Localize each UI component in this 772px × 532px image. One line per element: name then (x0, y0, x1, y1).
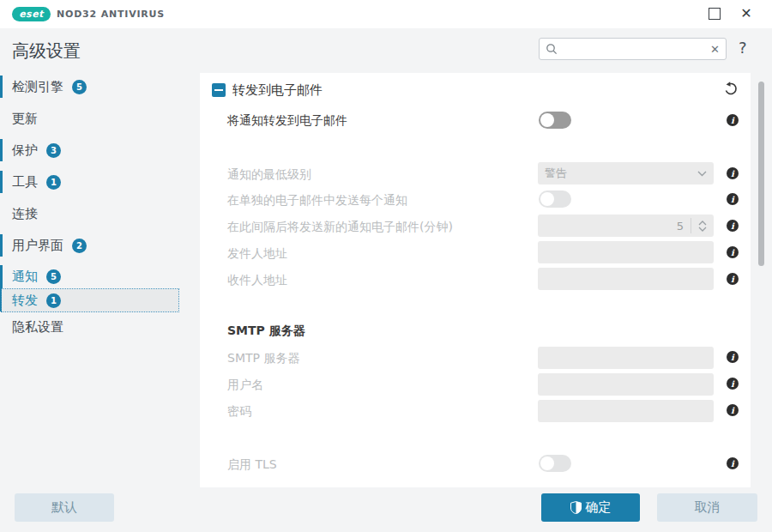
sender-address-label: 发件人地址 (227, 246, 287, 262)
page-title: 高级设置 (12, 39, 81, 63)
info-icon[interactable]: i (727, 246, 739, 258)
notification-badge: 1 (46, 175, 61, 190)
sidebar-item-label: 用户界面 (12, 238, 63, 254)
sidebar-item-tools[interactable]: 工具 1 (0, 171, 193, 193)
search-clear-icon[interactable]: ✕ (710, 44, 720, 55)
separate-email-toggle (539, 190, 571, 208)
ok-button[interactable]: 确定 (541, 493, 640, 522)
sidebar-item-forwarding[interactable]: 转发 1 (2, 289, 178, 311)
sender-address-input (538, 241, 714, 263)
default-button-label: 默认 (51, 499, 77, 516)
sidebar-item-user-interface[interactable]: 用户界面 2 (0, 234, 193, 257)
notification-badge: 5 (72, 80, 87, 94)
number-value: 5 (538, 220, 691, 233)
sidebar-item-privacy-settings[interactable]: 隐私设置 (0, 316, 193, 338)
title-bar: eset NOD32 ANTIVIRUS ✕ (0, 0, 772, 28)
sidebar-item-label: 更新 (12, 111, 38, 127)
sidebar-item-update[interactable]: 更新 (0, 107, 193, 130)
ok-button-label: 确定 (586, 499, 612, 516)
tls-label: 启用 TLS (227, 457, 277, 473)
default-button[interactable]: 默认 (15, 493, 114, 522)
sidebar-item-label: 通知 (12, 269, 38, 285)
cancel-button-label: 取消 (695, 499, 721, 516)
help-icon[interactable]: ? (739, 39, 747, 57)
dropdown-value: 警告 (545, 166, 697, 181)
sidebar-item-notifications[interactable]: 通知 5 (0, 265, 193, 287)
toggle-knob (540, 113, 554, 127)
sidebar-item-label: 连接 (12, 206, 38, 222)
smtp-server-input (538, 347, 714, 369)
info-icon[interactable]: i (727, 273, 739, 285)
notification-badge: 1 (46, 293, 61, 308)
number-spinner (691, 221, 714, 232)
info-icon[interactable]: i (727, 220, 739, 232)
search-box[interactable]: ✕ (539, 38, 727, 60)
separate-email-label: 在单独的电子邮件中发送每个通知 (227, 193, 407, 209)
notification-badge: 2 (72, 239, 87, 253)
toggle-knob (540, 192, 554, 206)
info-icon[interactable]: i (727, 114, 739, 126)
notification-badge: 5 (46, 269, 61, 284)
toggle-knob (540, 456, 554, 470)
sidebar-item-label: 保护 (12, 142, 38, 159)
recipient-address-label: 收件人地址 (227, 273, 287, 288)
info-icon[interactable]: i (727, 351, 739, 363)
username-label: 用户名 (227, 378, 263, 393)
info-icon[interactable]: i (727, 167, 739, 179)
forward-email-toggle[interactable] (539, 112, 571, 129)
shield-icon (570, 501, 582, 514)
eset-logo: eset (12, 7, 51, 21)
info-icon[interactable]: i (727, 378, 739, 390)
cancel-button[interactable]: 取消 (657, 493, 757, 522)
smtp-server-label: SMTP 服务器 (227, 351, 299, 366)
section-title: 转发到电子邮件 (232, 82, 323, 99)
min-level-label: 通知的最低级别 (227, 167, 311, 183)
interval-label: 在此间隔后将发送新的通知电子邮件(分钟) (227, 220, 453, 235)
info-icon[interactable]: i (727, 193, 739, 205)
search-input[interactable] (562, 43, 706, 56)
sidebar-item-connectivity[interactable]: 连接 (0, 203, 193, 225)
sidebar-item-label: 隐私设置 (12, 319, 63, 336)
password-label: 密码 (227, 404, 251, 420)
notification-badge: 3 (46, 143, 61, 158)
close-button[interactable]: ✕ (738, 4, 755, 23)
username-input (538, 373, 714, 396)
search-icon (546, 43, 558, 55)
forward-toggle-label: 将通知转发到电子邮件 (227, 113, 347, 129)
info-icon[interactable]: i (727, 457, 739, 469)
sidebar-item-protection[interactable]: 保护 3 (0, 139, 193, 161)
revert-to-default-icon[interactable] (723, 81, 739, 96)
smtp-section-title: SMTP 服务器 (227, 323, 305, 339)
interval-number-input: 5 (538, 215, 714, 237)
sidebar-item-label: 工具 (12, 174, 38, 190)
tls-toggle (539, 455, 571, 472)
sidebar-item-detection-engine[interactable]: 检测引擎 5 (0, 76, 193, 98)
settings-panel: 转发到电子邮件 将通知转发到电子邮件 i 通知的最低级别 警告 i 在单独的电子… (200, 73, 751, 487)
product-name: NOD32 ANTIVIRUS (57, 9, 165, 20)
chevron-down-icon (697, 171, 707, 177)
collapse-section-icon[interactable] (212, 83, 226, 97)
recipient-address-input (538, 268, 714, 290)
vertical-scrollbar[interactable] (758, 82, 764, 266)
info-icon[interactable]: i (727, 404, 739, 416)
password-input (538, 400, 714, 422)
sidebar-item-label: 转发 (12, 293, 38, 309)
maximize-button[interactable] (709, 8, 721, 20)
sidebar-item-label: 检测引擎 (12, 79, 63, 95)
min-level-dropdown: 警告 (538, 162, 714, 184)
